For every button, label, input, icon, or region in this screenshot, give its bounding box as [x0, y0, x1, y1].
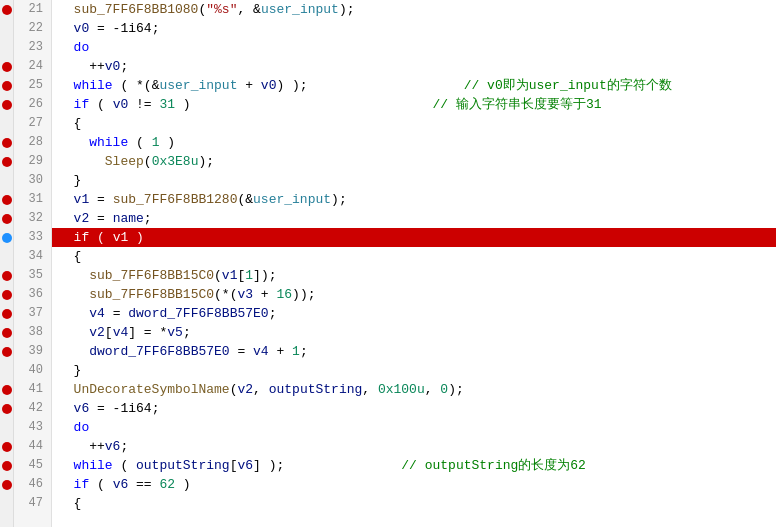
line-num-40: 40	[14, 361, 47, 380]
line-num-39: 39	[14, 342, 47, 361]
code-line-31: v1 = sub_7FF6F8BB1280(&user_input);	[52, 190, 776, 209]
line-num-21: 21	[14, 0, 47, 19]
line-num-35: 35	[14, 266, 47, 285]
line-num-29: 29	[14, 152, 47, 171]
line-num-41: 41	[14, 380, 47, 399]
code-line-45: while ( outputString[v6] ); // outputStr…	[52, 456, 776, 475]
line-num-32: 32	[14, 209, 47, 228]
bp-44[interactable]	[0, 437, 13, 456]
line-num-24: 24	[14, 57, 47, 76]
line-num-45: 45	[14, 456, 47, 475]
line-num-47: 47	[14, 494, 47, 513]
bp-22[interactable]	[0, 19, 13, 38]
bp-21[interactable]	[0, 0, 13, 19]
line-numbers: 21 22 23 24 25 26 27 28 29 30 31 32 33 3…	[14, 0, 52, 527]
bp-27[interactable]	[0, 114, 13, 133]
code-line-38: v2[v4] = *v5;	[52, 323, 776, 342]
bp-26[interactable]	[0, 95, 13, 114]
code-line-22: v0 = -1i64;	[52, 19, 776, 38]
code-editor: 21 22 23 24 25 26 27 28 29 30 31 32 33 3…	[0, 0, 776, 527]
line-num-23: 23	[14, 38, 47, 57]
bp-30[interactable]	[0, 171, 13, 190]
code-line-27: {	[52, 114, 776, 133]
line-num-26: 26	[14, 95, 47, 114]
bp-31[interactable]	[0, 190, 13, 209]
breakpoint-gutter	[0, 0, 14, 527]
bp-38[interactable]	[0, 323, 13, 342]
code-line-37: v4 = dword_7FF6F8BB57E0;	[52, 304, 776, 323]
bp-40[interactable]	[0, 361, 13, 380]
line-num-42: 42	[14, 399, 47, 418]
bp-36[interactable]	[0, 285, 13, 304]
bp-29[interactable]	[0, 152, 13, 171]
bp-33[interactable]	[0, 228, 13, 247]
code-line-33: if ( v1 )	[52, 228, 776, 247]
code-line-21: sub_7FF6F8BB1080("%s", &user_input);	[52, 0, 776, 19]
code-content: sub_7FF6F8BB1080("%s", &user_input); v0 …	[52, 0, 776, 527]
code-line-30: }	[52, 171, 776, 190]
bp-23[interactable]	[0, 38, 13, 57]
bp-42[interactable]	[0, 399, 13, 418]
line-num-25: 25	[14, 76, 47, 95]
code-line-32: v2 = name;	[52, 209, 776, 228]
code-line-43: do	[52, 418, 776, 437]
bp-46[interactable]	[0, 475, 13, 494]
code-line-34: {	[52, 247, 776, 266]
line-num-43: 43	[14, 418, 47, 437]
bp-32[interactable]	[0, 209, 13, 228]
line-num-31: 31	[14, 190, 47, 209]
line-num-44: 44	[14, 437, 47, 456]
code-line-28: while ( 1 )	[52, 133, 776, 152]
code-line-29: Sleep(0x3E8u);	[52, 152, 776, 171]
bp-34[interactable]	[0, 247, 13, 266]
bp-28[interactable]	[0, 133, 13, 152]
line-num-28: 28	[14, 133, 47, 152]
line-num-37: 37	[14, 304, 47, 323]
bp-25[interactable]	[0, 76, 13, 95]
code-line-26: if ( v0 != 31 ) // 输入字符串长度要等于31	[52, 95, 776, 114]
line-num-38: 38	[14, 323, 47, 342]
bp-37[interactable]	[0, 304, 13, 323]
bp-39[interactable]	[0, 342, 13, 361]
code-line-40: }	[52, 361, 776, 380]
code-line-46: if ( v6 == 62 )	[52, 475, 776, 494]
line-num-27: 27	[14, 114, 47, 133]
code-line-41: UnDecorateSymbolName(v2, outputString, 0…	[52, 380, 776, 399]
code-line-24: ++v0;	[52, 57, 776, 76]
code-line-36: sub_7FF6F8BB15C0(*(v3 + 16));	[52, 285, 776, 304]
token: sub_7FF6F8BB1080	[58, 0, 198, 19]
code-line-25: while ( *(&user_input + v0) ); // v0即为us…	[52, 76, 776, 95]
code-line-47: {	[52, 494, 776, 513]
code-line-42: v6 = -1i64;	[52, 399, 776, 418]
line-num-30: 30	[14, 171, 47, 190]
line-num-46: 46	[14, 475, 47, 494]
bp-45[interactable]	[0, 456, 13, 475]
code-line-35: sub_7FF6F8BB15C0(v1[1]);	[52, 266, 776, 285]
bp-35[interactable]	[0, 266, 13, 285]
line-num-22: 22	[14, 19, 47, 38]
code-line-44: ++v6;	[52, 437, 776, 456]
bp-24[interactable]	[0, 57, 13, 76]
bp-41[interactable]	[0, 380, 13, 399]
bp-47[interactable]	[0, 494, 13, 513]
line-num-34: 34	[14, 247, 47, 266]
code-line-39: dword_7FF6F8BB57E0 = v4 + 1;	[52, 342, 776, 361]
code-line-23: do	[52, 38, 776, 57]
line-num-33: 33	[14, 228, 47, 247]
line-num-36: 36	[14, 285, 47, 304]
bp-43[interactable]	[0, 418, 13, 437]
